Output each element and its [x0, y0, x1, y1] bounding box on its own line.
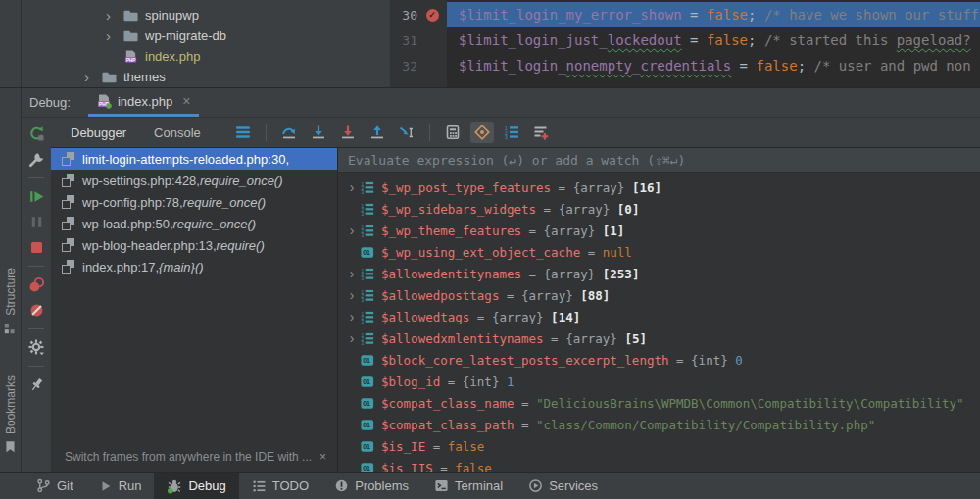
evaluate-expression-icon[interactable] — [441, 122, 465, 143]
pause-icon[interactable] — [28, 214, 45, 230]
debug-session-tab[interactable]: PHP index.php × — [88, 88, 199, 117]
expand-chevron-icon[interactable]: › — [344, 287, 360, 303]
variable-value: [88] — [580, 288, 610, 303]
primitive-type-icon: 01 — [360, 439, 375, 454]
svg-text:3: 3 — [361, 233, 364, 238]
code-line[interactable]: 31 ✓ $limit_login_just_lockedout = false… — [390, 27, 980, 53]
stop-icon[interactable] — [28, 239, 45, 256]
expand-chevron-icon[interactable]: › — [344, 179, 360, 195]
svg-text:PHP: PHP — [126, 58, 135, 63]
variable-type: {array} — [544, 224, 603, 238]
code-line[interactable]: 30 ✓ $limit_login_my_error_shown = false… — [390, 2, 980, 27]
code-line[interactable]: 32 ✓ $limit_login_nonempty_credentials =… — [390, 53, 980, 78]
statusbar-item-problems[interactable]: Problems — [321, 473, 421, 499]
variable-row[interactable]: › 123 01 $compat_class_path = "class/Com… — [338, 414, 980, 435]
add-to-watches-icon[interactable] — [529, 122, 553, 143]
variable-row[interactable]: › 123 01 $blog_id = {int} 1 — [338, 371, 980, 392]
code-text[interactable]: $limit_login_just_lockedout = false; /* … — [447, 27, 980, 53]
variable-row[interactable]: › 123 01 $_wp_post_type_features = {arra… — [338, 176, 980, 198]
stack-frame-row[interactable]: wp-config.php:78, require_once() — [51, 191, 337, 213]
tree-item[interactable]: › PHP index.php — [22, 46, 390, 67]
statusbar-item-debug[interactable]: Debug — [154, 473, 238, 499]
mute-breakpoints-icon[interactable] — [28, 302, 45, 319]
chevron-right-icon[interactable]: › — [106, 8, 122, 23]
expand-chevron-icon[interactable]: › — [344, 266, 360, 281]
statusbar-item-services[interactable]: Services — [515, 473, 611, 499]
variable-value: [16] — [632, 180, 662, 195]
diamond-toggle-icon[interactable] — [470, 122, 494, 143]
stack-frame-row[interactable]: wp-load.php:50, require_once() — [51, 213, 337, 234]
stack-frame-row[interactable]: wp-settings.php:428, require_once() — [51, 170, 337, 191]
variable-row[interactable]: › 123 01 $allowedposttags = {array} [88] — [338, 284, 980, 306]
terminal-icon — [434, 478, 449, 493]
step-out-icon[interactable] — [366, 122, 389, 143]
variable-row[interactable]: › 123 01 $compat_class_name = "Delicious… — [338, 392, 980, 414]
line-number[interactable]: 31 — [390, 33, 417, 48]
status-bar: Git Run Debug — [0, 472, 980, 499]
statusbar-item-run[interactable]: Run — [86, 473, 155, 499]
variable-row[interactable]: › 123 01 $block_core_latest_posts_excerp… — [338, 349, 980, 371]
tree-item[interactable]: › PHP spinupwp — [22, 5, 390, 25]
code-token: ; — [798, 58, 814, 74]
code-text[interactable]: $limit_login_nonempty_credentials = fals… — [447, 53, 980, 78]
variable-row[interactable]: › 123 01 $allowedxmlentitynames = {array… — [338, 327, 980, 349]
run-to-cursor-icon[interactable] — [395, 122, 418, 143]
svg-text:01: 01 — [363, 443, 370, 450]
statusbar-item-terminal[interactable]: Terminal — [421, 473, 515, 499]
close-icon[interactable]: × — [182, 93, 190, 109]
step-into-icon[interactable] — [307, 122, 330, 143]
variable-row[interactable]: › 123 01 $_wp_theme_features = {array} [… — [338, 220, 980, 241]
tree-item[interactable]: › PHP wp-migrate-db — [22, 25, 390, 46]
tab-console[interactable]: Console — [154, 125, 201, 140]
breakpoint-gutter[interactable]: ✓ — [417, 9, 447, 22]
breakpoint-gutter[interactable]: ✓ — [417, 60, 447, 73]
breakpoint-icon[interactable]: ✓ — [426, 9, 439, 22]
breakpoint-gutter[interactable]: ✓ — [417, 34, 447, 47]
expand-chevron-icon[interactable]: › — [344, 223, 360, 238]
resume-icon[interactable] — [28, 188, 45, 205]
tab-debugger[interactable]: Debugger — [71, 125, 126, 140]
variable-row[interactable]: › 123 01 $is_IE = false — [338, 435, 980, 457]
variable-row[interactable]: › 123 01 $allowedtags = {array} [14] — [338, 306, 980, 327]
stack-frame-row[interactable]: wp-blog-header.php:13, require() — [51, 234, 337, 256]
equals-sign: = — [551, 180, 573, 195]
layout-options-icon[interactable] — [231, 122, 255, 143]
code-editor[interactable]: 30 ✓ $limit_login_my_error_shown = false… — [390, 0, 980, 87]
evaluate-expression-input[interactable]: Evaluate expression (↵) or add a watch (… — [338, 148, 980, 173]
view-breakpoints-icon[interactable] — [28, 276, 45, 293]
stack-frame-row[interactable]: limit-login-attempts-reloaded.php:30, — [51, 148, 337, 170]
variable-row[interactable]: › 123 01 $is_IIS = false — [338, 457, 980, 472]
wrench-icon[interactable] — [28, 151, 45, 168]
step-over-icon[interactable] — [277, 122, 301, 143]
pin-icon[interactable] — [24, 374, 48, 397]
variable-row[interactable]: › 123 01 $_wp_using_ext_object_cache = n… — [338, 241, 980, 263]
expand-chevron-icon[interactable]: › — [344, 330, 360, 346]
statusbar-item-git[interactable]: Git — [24, 473, 86, 499]
stack-frame-icon — [61, 260, 75, 274]
tree-item[interactable]: › PHP themes — [22, 67, 390, 87]
line-number[interactable]: 32 — [390, 59, 417, 74]
expand-chevron-icon[interactable]: › — [344, 309, 360, 324]
sidebar-item-bookmarks[interactable]: Bookmarks — [0, 375, 21, 453]
chevron-right-icon[interactable]: › — [84, 70, 101, 84]
rerun-icon[interactable] — [28, 125, 45, 142]
force-step-into-icon[interactable] — [336, 122, 360, 143]
code-token: /* started this — [764, 32, 897, 48]
frame-function: require() — [217, 238, 265, 253]
line-number[interactable]: 30 — [390, 8, 417, 23]
variable-row[interactable]: › 123 01 $_wp_sidebars_widgets = {array}… — [338, 198, 980, 220]
chevron-right-icon[interactable]: › — [106, 28, 122, 43]
statusbar-item-todo[interactable]: TODO — [239, 473, 321, 499]
variable-row[interactable]: › 123 01 $allowedentitynames = {array} [… — [338, 263, 980, 284]
debug-header: Debug: PHP index.php × — [22, 88, 980, 118]
code-text[interactable]: $limit_login_my_error_shown = false; /* … — [447, 2, 980, 27]
svg-text:3: 3 — [361, 276, 364, 281]
sidebar-item-structure[interactable]: Structure — [0, 268, 21, 334]
phpstorm-window: › PHP spinupwp › PHP wp-migrate-db › PHP — [0, 0, 980, 499]
gear-icon[interactable] — [28, 339, 45, 356]
hint-close-icon[interactable]: × — [319, 450, 326, 464]
numbered-list-icon[interactable]: 123 — [500, 122, 523, 143]
stack-frame-row[interactable]: index.php:17, {main}() — [51, 256, 337, 277]
frame-location: wp-settings.php:428, — [82, 174, 200, 188]
variable-type: {array} — [544, 267, 603, 281]
